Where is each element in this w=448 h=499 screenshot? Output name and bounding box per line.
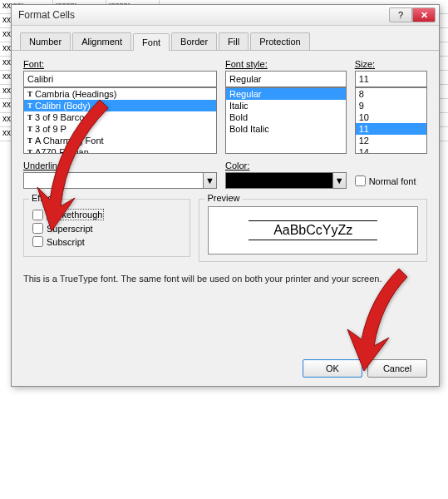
subscript-checkbox[interactable] [32, 236, 43, 247]
color-dropdown-button[interactable]: ▼ [333, 172, 347, 189]
color-swatch[interactable] [225, 172, 333, 189]
size-listbox[interactable]: 8 9 10 11 12 14 [355, 87, 427, 154]
tab-alignment[interactable]: Alignment [72, 32, 131, 50]
help-button[interactable]: ? [389, 7, 412, 22]
titlebar: Format Cells ? ✕ [12, 5, 439, 26]
font-listbox[interactable]: TCambria (Headings) TCalibri (Body) T3 o… [23, 87, 217, 154]
preview-box: AaBbCcYyZz [208, 206, 418, 254]
close-icon: ✕ [421, 10, 428, 21]
underline-dropdown-button[interactable]: ▼ [204, 172, 217, 189]
list-item[interactable]: 10 [356, 111, 426, 123]
close-button[interactable]: ✕ [412, 7, 436, 22]
effects-group: Effects Strikethrough Superscript Subscr… [23, 199, 190, 257]
tab-protection[interactable]: Protection [250, 32, 310, 50]
truetype-icon: T [27, 125, 32, 133]
font-style-label: Font style: [225, 59, 347, 69]
underline-combo[interactable] [23, 172, 204, 189]
superscript-checkbox[interactable] [32, 223, 43, 234]
preview-label: Preview [204, 193, 242, 203]
truetype-icon: T [27, 90, 32, 98]
normal-font-checkbox[interactable] [355, 175, 366, 186]
chevron-down-icon: ▼ [335, 175, 344, 185]
list-item[interactable]: Bold Italic [226, 123, 346, 135]
list-item[interactable]: T3 of 9 Barcode [24, 111, 216, 123]
list-item[interactable]: T3 of 9 P [24, 123, 216, 135]
tab-number[interactable]: Number [20, 32, 71, 50]
font-style-input[interactable] [225, 71, 347, 87]
subscript-label: Subscript [47, 237, 85, 247]
size-input[interactable] [355, 71, 427, 87]
preview-sample: AaBbCcYyZz [249, 220, 377, 240]
list-item[interactable]: 12 [356, 135, 426, 146]
list-item[interactable]: TA770-Roman [24, 146, 216, 154]
list-item[interactable]: Bold [226, 111, 346, 123]
list-item[interactable]: 14 [356, 146, 426, 154]
effects-label: Effects [29, 193, 62, 203]
tab-font[interactable]: Font [133, 33, 170, 51]
strikethrough-label: Strikethrough [47, 209, 104, 220]
underline-label: Underline: [23, 161, 217, 170]
tab-border[interactable]: Border [171, 32, 217, 50]
size-label: Size: [355, 59, 427, 69]
list-item[interactable]: 11 [356, 123, 426, 135]
list-item[interactable]: 8 [356, 88, 426, 100]
font-style-listbox[interactable]: Regular Italic Bold Bold Italic [225, 87, 347, 154]
truetype-icon: T [27, 136, 32, 145]
list-item[interactable]: Italic [226, 100, 346, 111]
list-item[interactable]: TA Charming Font [24, 135, 216, 146]
normal-font-label: Normal font [369, 176, 416, 186]
truetype-icon: T [27, 101, 32, 110]
strikethrough-checkbox[interactable] [32, 210, 43, 220]
list-item[interactable]: 9 [356, 100, 426, 111]
chevron-down-icon: ▼ [205, 175, 214, 185]
truetype-icon: T [27, 148, 32, 154]
list-item[interactable]: TCambria (Headings) [24, 88, 216, 100]
font-input[interactable] [23, 71, 217, 87]
tab-fill[interactable]: Fill [219, 32, 249, 50]
cancel-button[interactable]: Cancel [367, 359, 427, 378]
list-item[interactable]: TCalibri (Body) [24, 100, 216, 111]
superscript-label: Superscript [47, 224, 93, 234]
truetype-icon: T [27, 113, 32, 121]
preview-group: Preview AaBbCcYyZz [199, 199, 427, 262]
font-label: Font: [23, 59, 217, 69]
dialog-title: Format Cells [18, 9, 389, 21]
list-item[interactable]: Regular [226, 88, 346, 100]
font-description: This is a TrueType font. The same font w… [23, 274, 427, 284]
tab-strip: Number Alignment Font Border Fill Protec… [12, 26, 439, 51]
color-label: Color: [225, 161, 347, 170]
ok-button[interactable]: OK [303, 359, 362, 378]
help-icon: ? [398, 10, 403, 20]
format-cells-dialog: Format Cells ? ✕ Number Alignment Font B… [11, 4, 440, 387]
